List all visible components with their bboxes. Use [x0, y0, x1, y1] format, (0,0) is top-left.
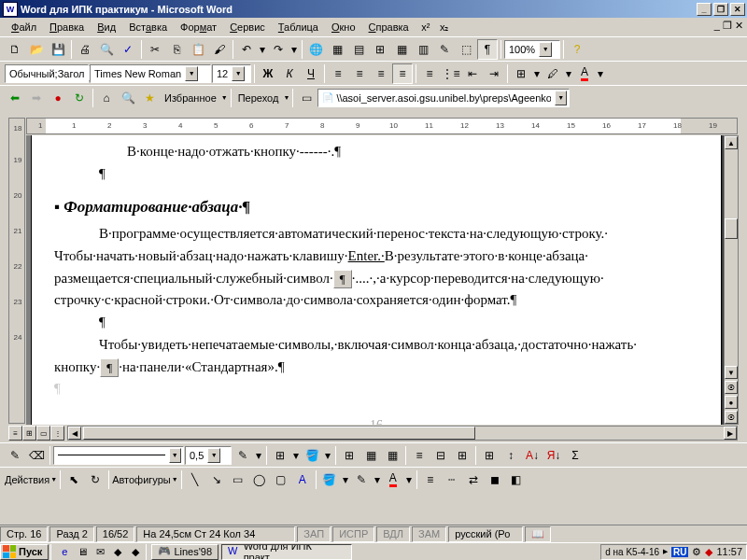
sort-desc-button[interactable]: Я↓	[543, 445, 564, 466]
start-button[interactable]: Пуск	[0, 544, 49, 560]
print-button[interactable]: 🖨	[75, 39, 95, 60]
align-top-button[interactable]: ≡	[409, 445, 430, 466]
shadow-button[interactable]: ◼	[485, 469, 505, 490]
align-right-button[interactable]: ≡	[371, 63, 391, 84]
scroll-down-button[interactable]: ▼	[725, 366, 738, 379]
favorites-icon[interactable]: ★	[139, 88, 160, 108]
numbering-button[interactable]: ≡	[419, 63, 440, 84]
font-combo[interactable]: Times New Roman▼	[90, 64, 211, 83]
normal-view-button[interactable]: ≡	[8, 426, 22, 441]
text-line[interactable]: размещается·специальный·служебный·символ…	[54, 269, 698, 289]
ql-ie-icon[interactable]: e	[56, 544, 73, 560]
autoshapes-menu[interactable]: Автофигуры	[112, 474, 171, 485]
undo-button[interactable]: ↶	[236, 39, 257, 60]
borders-dropdown[interactable]: ▾	[532, 63, 542, 84]
format-painter-button[interactable]: 🖌	[209, 39, 230, 60]
status-spellcheck-icon[interactable]: 📖	[525, 526, 551, 542]
page[interactable]: В·конце·надо·отжать·кнопку·------·.¶ ¶ ▪…	[31, 135, 722, 425]
go-label[interactable]: Переход	[234, 92, 283, 104]
pilcrow-line[interactable]: ¶	[54, 313, 698, 333]
text-line[interactable]: В·программе·осуществляется·автоматически…	[54, 224, 698, 245]
fillcolor2-dropdown[interactable]: ▾	[341, 469, 350, 490]
docmap-button[interactable]: ⬚	[456, 39, 476, 60]
draw-pencil-button[interactable]: ✎	[5, 445, 25, 466]
3d-button[interactable]: ◧	[506, 469, 527, 490]
select-objects-button[interactable]: ⬉	[63, 469, 84, 490]
menu-file[interactable]: Файл	[5, 20, 43, 35]
favorites-label[interactable]: Избранное	[161, 92, 220, 104]
oval-button[interactable]: ◯	[249, 469, 270, 490]
status-rec[interactable]: ЗАП	[297, 526, 331, 542]
menu-format[interactable]: Формат	[174, 20, 223, 35]
menu-help[interactable]: Справка	[362, 20, 416, 35]
hyperlink-button[interactable]: 🌐	[305, 39, 326, 60]
text-direction-button[interactable]: ↕	[500, 445, 521, 466]
task-word[interactable]: WWord для ИПК практ...	[221, 544, 352, 560]
pilcrow-line[interactable]: ¶	[54, 164, 698, 185]
horizontal-scrollbar[interactable]: ◀ ▶	[67, 426, 738, 441]
vertical-ruler[interactable]: 18 19 20 21 22 23 24	[8, 118, 25, 424]
fillcolor2-button[interactable]: 🪣	[319, 469, 340, 490]
borders-button[interactable]: ⊞	[511, 63, 531, 84]
tray-keyboard-layout[interactable]: RU	[671, 547, 688, 557]
subscript-button[interactable]: x₂	[436, 19, 453, 35]
redo-button[interactable]: ↷	[268, 39, 289, 60]
undo-dropdown[interactable]: ▾	[258, 39, 267, 60]
italic-button[interactable]: К	[279, 63, 300, 84]
close-button[interactable]: ✕	[730, 3, 745, 16]
text-line[interactable]: Чтобы·увидеть·непечатаемые·символы,·вклю…	[54, 335, 698, 356]
horizontal-ruler[interactable]: 1 1 2 3 4 5 6 7 8 9 10 11 12 13 14 15 16…	[26, 118, 738, 134]
drawing-button[interactable]: ✎	[434, 39, 455, 60]
inc-indent-button[interactable]: ⇥	[484, 63, 504, 84]
align-center-button[interactable]: ≡	[349, 63, 370, 84]
prev-page-button[interactable]: ⦿	[725, 381, 738, 394]
menu-view[interactable]: Вид	[91, 20, 122, 35]
scroll-left-button[interactable]: ◀	[68, 427, 81, 440]
address-combo[interactable]: 📄 \\asoi_server.asoi.gsu.unibel.by\preps…	[317, 89, 570, 107]
menu-table[interactable]: Таблица	[272, 20, 325, 35]
eraser-button[interactable]: ⌫	[26, 445, 47, 466]
spellcheck-button[interactable]: ✓	[118, 39, 138, 60]
bold-button[interactable]: Ж	[258, 63, 278, 84]
next-page-button[interactable]: ⦿	[725, 411, 738, 424]
vertical-scrollbar[interactable]: ▲ ▼ ⦿ ● ⦿	[724, 135, 739, 425]
size-combo[interactable]: 12▼	[212, 64, 251, 83]
copy-button[interactable]: ⎘	[166, 39, 187, 60]
linestyle-button[interactable]: ≡	[420, 469, 441, 490]
font-color-button[interactable]: A	[574, 63, 595, 84]
pilcrow-gray[interactable]: ¶	[54, 379, 698, 399]
tray-icon2[interactable]: ◆	[705, 546, 712, 558]
paste-button[interactable]: 📋	[188, 39, 208, 60]
refresh-button[interactable]: ↻	[69, 88, 90, 108]
columns-button[interactable]: ▥	[413, 39, 433, 60]
weblayout-view-button[interactable]: ⊞	[22, 426, 36, 441]
line-button[interactable]: ╲	[185, 469, 205, 490]
autoformat-button[interactable]: ⊞	[479, 445, 500, 466]
forward-button[interactable]: ➡	[26, 88, 47, 108]
minimize-button[interactable]: _	[697, 3, 712, 16]
dashstyle-button[interactable]: ┄	[442, 469, 462, 490]
highlight-button[interactable]: 🖊	[543, 63, 563, 84]
border-color-dropdown[interactable]: ▾	[254, 445, 263, 466]
status-ext[interactable]: ВДЛ	[376, 526, 410, 542]
redo-dropdown[interactable]: ▾	[289, 39, 299, 60]
superscript-button[interactable]: x²	[417, 19, 434, 35]
task-lines98[interactable]: 🎮Lines'98	[151, 544, 218, 560]
menu-insert[interactable]: Вставка	[122, 20, 174, 35]
text-line[interactable]: строчку·с·красной·строки.·От·символа·до·…	[54, 290, 698, 311]
zoom-combo[interactable]: 100%▼	[504, 40, 560, 59]
line-weight-combo[interactable]: 0,5▼	[185, 446, 232, 465]
highlight-dropdown[interactable]: ▾	[564, 63, 573, 84]
sort-asc-button[interactable]: А↓	[522, 445, 543, 466]
text-line[interactable]: Чтобы·начать·новый·абзац·надо·нажать·кла…	[54, 246, 698, 267]
show-pilcrow-button[interactable]: ¶	[477, 39, 498, 60]
stop-button[interactable]: ●	[48, 88, 68, 108]
menu-tools[interactable]: Сервис	[223, 20, 272, 35]
tray-icon1[interactable]: ⚙	[692, 546, 701, 558]
split-cells-button[interactable]: ▦	[382, 445, 402, 466]
linecolor-button[interactable]: ✎	[351, 469, 372, 490]
doc-close-button[interactable]: ✕	[735, 20, 743, 31]
style-combo[interactable]: Обычный;Загол▼	[5, 64, 89, 83]
tray-clock[interactable]: 11:57	[716, 546, 742, 557]
ql-app2-icon[interactable]: ◆	[127, 544, 144, 560]
